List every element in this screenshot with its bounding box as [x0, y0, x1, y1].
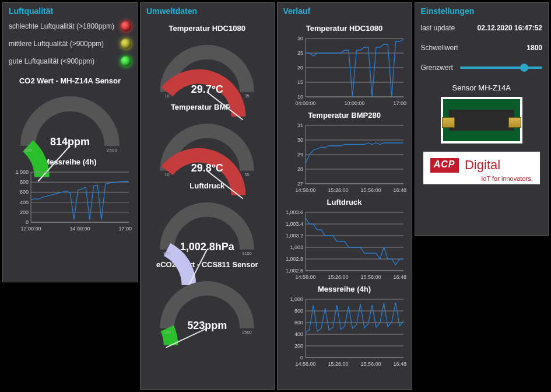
led-green-icon [121, 56, 131, 66]
svg-text:12:00:00: 12:00:00 [20, 226, 41, 232]
svg-text:04:00:00: 04:00:00 [295, 100, 315, 106]
env-gauge-1: 10 35 29.8°C [152, 114, 262, 178]
svg-text:27: 27 [297, 181, 303, 187]
svg-text:16:48:00: 16:48:00 [393, 187, 407, 193]
limit-slider-thumb[interactable] [520, 64, 528, 72]
svg-text:15:26:00: 15:26:00 [328, 274, 348, 280]
svg-text:400: 400 [294, 331, 303, 337]
svg-text:25: 25 [297, 50, 303, 56]
svg-text:14:56:00: 14:56:00 [295, 361, 315, 367]
svg-text:1,003.2: 1,003.2 [285, 233, 303, 239]
row-limit: Grenzwert [421, 64, 543, 72]
svg-text:31: 31 [297, 123, 303, 128]
led-yellow-icon [121, 38, 131, 49]
panel-air-quality: Luftqualität schlechte Luftqualität (>18… [2, 2, 138, 282]
legend-good: gute Luftqualität (<900ppm) [9, 55, 131, 67]
co2-gauge: 200 2500 814ppm [12, 88, 128, 152]
svg-text:1,003: 1,003 [290, 244, 303, 250]
svg-text:14:56:00: 14:56:00 [295, 274, 315, 280]
row-last-update: last update 02.12.2020 16:47:52 [421, 24, 543, 32]
panel-history: Verlauf Temperatur HDC1080 101520253004:… [277, 2, 412, 390]
svg-text:1,002.8: 1,002.8 [285, 256, 303, 262]
history-chart-1: 272829303114:56:0015:26:0015:56:0016:48:… [283, 122, 407, 194]
history-chart-3: 02004006008001,00014:56:0015:26:0015:56:… [283, 296, 407, 368]
panel-title-env: Umweltdaten [146, 6, 197, 16]
env-gauge-title-2: Luftdruck [146, 181, 268, 190]
svg-text:0: 0 [300, 355, 303, 360]
svg-text:2500: 2500 [107, 148, 117, 153]
svg-text:200: 200 [294, 343, 303, 349]
legend-good-label: gute Luftqualität (<900ppm) [9, 57, 94, 65]
co2-trend-chart: 02004006008001,00012:00:0014:00:0017:00:… [9, 169, 132, 233]
svg-text:29: 29 [297, 152, 303, 158]
svg-text:30: 30 [297, 36, 303, 41]
sensor-label: Sensor MH-Z14A [421, 83, 543, 92]
svg-text:20: 20 [297, 65, 303, 71]
svg-text:400: 400 [20, 200, 29, 205]
panel-title-settings: Einstellungen [421, 6, 543, 16]
svg-text:0: 0 [26, 219, 29, 225]
svg-text:14:00:00: 14:00:00 [69, 226, 90, 232]
limit-slider[interactable] [460, 66, 542, 69]
svg-text:1,003.4: 1,003.4 [285, 221, 303, 227]
led-red-icon [121, 21, 131, 32]
svg-text:1,000: 1,000 [290, 296, 303, 302]
legend-bad-label: schlechte Luftqualität (>1800ppm) [9, 22, 114, 30]
svg-text:14:56:00: 14:56:00 [295, 187, 315, 193]
env-gauge-title-3: eCO2 Wert - CCS811 Sensor [146, 260, 268, 269]
svg-text:30: 30 [297, 137, 303, 143]
svg-text:15:26:00: 15:26:00 [328, 361, 348, 367]
svg-text:16:48:00: 16:48:00 [393, 274, 407, 280]
svg-text:10: 10 [297, 94, 303, 100]
row-threshold: Schwellwert 1800 [421, 44, 543, 52]
svg-text:600: 600 [294, 320, 303, 326]
history-chart-title-0: Temperatur HDC1080 [283, 24, 406, 33]
legend-mid-label: mittlere Luftqualität (>900ppm) [9, 40, 104, 48]
env-gauge-title-0: Temperatur HDC1080 [146, 24, 268, 33]
svg-text:800: 800 [20, 179, 29, 185]
history-chart-2: 1,002.61,002.81,0031,003.21,003.41,003.6… [283, 209, 407, 281]
panel-title-air: Luftqualität [9, 6, 131, 16]
sensor-image [441, 97, 522, 144]
legend-bad: schlechte Luftqualität (>1800ppm) [9, 20, 131, 32]
svg-text:200: 200 [24, 148, 32, 153]
legend-mid: mittlere Luftqualität (>900ppm) [9, 38, 131, 50]
history-chart-title-2: Luftdruck [283, 198, 406, 206]
threshold-value: 1800 [527, 44, 542, 52]
threshold-label: Schwellwert [421, 44, 458, 52]
svg-text:15:56:00: 15:56:00 [360, 274, 381, 280]
logo-digital: Digital [465, 158, 500, 173]
svg-text:15:56:00: 15:56:00 [360, 361, 381, 367]
svg-text:16:48:00: 16:48:00 [393, 361, 407, 367]
panel-settings: Einstellungen last update 02.12.2020 16:… [415, 2, 549, 236]
history-chart-title-3: Messreihe (4h) [283, 285, 406, 293]
svg-text:1,002.6: 1,002.6 [285, 268, 303, 274]
svg-text:800: 800 [294, 308, 303, 314]
svg-text:200: 200 [20, 209, 29, 215]
history-chart-0: 101520253004:00:0010:00:0017:00:00 [283, 35, 407, 107]
last-update-label: last update [421, 24, 455, 32]
svg-text:17:00:00: 17:00:00 [118, 226, 132, 232]
svg-text:17:00:00: 17:00:00 [393, 100, 407, 106]
svg-text:28: 28 [297, 166, 303, 172]
co2-trend-title: Messreihe (4h) [9, 158, 131, 166]
panel-environment: Umweltdaten Temperatur HDC1080 10 35 29.… [140, 2, 275, 390]
history-chart-title-1: Temperatur BMP280 [283, 111, 406, 120]
logo-card: ACP Digital IoT for innovators. [423, 152, 540, 184]
svg-text:600: 600 [20, 189, 29, 195]
logo-acp: ACP [430, 158, 459, 173]
env-gauge-2: 950 1100 1,002.8hPa [152, 192, 262, 257]
co2-gauge-title: CO2 Wert - MH-Z14A Sensor [9, 76, 131, 85]
last-update-value: 02.12.2020 16:47:52 [478, 24, 542, 32]
logo-tagline: IoT for innovators. [430, 175, 533, 182]
svg-text:10:00:00: 10:00:00 [344, 100, 364, 106]
svg-text:1,000: 1,000 [15, 169, 29, 175]
svg-text:15:26:00: 15:26:00 [328, 187, 348, 193]
env-gauge-3: 200 2500 523ppm [152, 271, 262, 335]
svg-text:1,003.6: 1,003.6 [285, 209, 303, 215]
limit-label: Grenzwert [421, 64, 453, 72]
env-gauge-0: 10 35 29.7°C [152, 35, 262, 99]
svg-text:15:56:00: 15:56:00 [360, 187, 381, 193]
env-gauge-title-1: Temperatur BMP280 [146, 103, 268, 111]
svg-text:15: 15 [297, 79, 303, 85]
